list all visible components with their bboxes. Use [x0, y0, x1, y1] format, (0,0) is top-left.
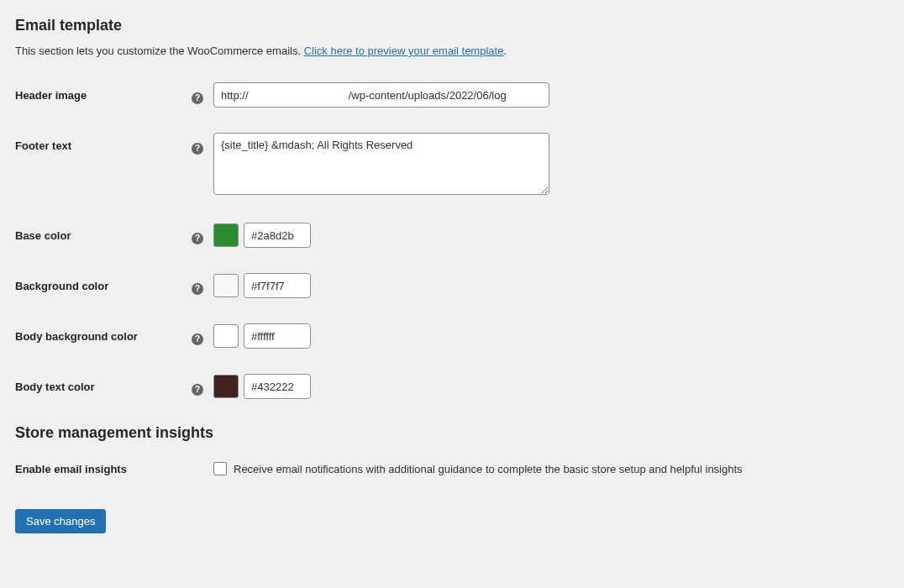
section-email-template-desc: This section lets you customize the WooC… [15, 45, 889, 57]
body-bg-color-label: Body background color [15, 323, 192, 343]
desc-suffix: . [503, 45, 507, 57]
body-bg-color-input[interactable] [244, 323, 311, 349]
section-email-template-title: Email template [15, 17, 889, 34]
enable-insights-label: Enable email insights [15, 463, 213, 475]
body-text-color-swatch[interactable] [213, 375, 239, 398]
help-icon[interactable]: ? [192, 283, 203, 295]
desc-prefix: This section lets you customize the WooC… [15, 45, 304, 57]
enable-insights-checkbox[interactable] [213, 462, 227, 475]
background-color-label: Background color [15, 273, 192, 292]
help-icon[interactable]: ? [192, 333, 203, 345]
body-text-color-label: Body text color [15, 374, 192, 393]
help-icon[interactable]: ? [192, 92, 203, 104]
footer-text-label: Footer text [15, 133, 192, 152]
base-color-label: Base color [15, 223, 192, 242]
base-color-swatch[interactable] [213, 223, 239, 247]
footer-text-textarea[interactable]: {site_title} &mdash; All Rights Reserved [213, 133, 549, 195]
base-color-input[interactable] [244, 223, 311, 248]
save-changes-button[interactable]: Save changes [15, 509, 106, 533]
header-image-label: Header image [15, 82, 192, 102]
preview-email-link[interactable]: Click here to preview your email templat… [304, 45, 504, 57]
body-text-color-input[interactable] [244, 374, 311, 399]
background-color-swatch[interactable] [213, 274, 239, 297]
help-icon[interactable]: ? [192, 233, 203, 244]
help-icon[interactable]: ? [192, 143, 203, 155]
enable-insights-desc: Receive email notifications with additio… [234, 463, 743, 475]
header-image-input[interactable] [213, 82, 549, 108]
body-bg-color-swatch[interactable] [213, 324, 239, 348]
help-icon[interactable]: ? [192, 384, 203, 396]
background-color-input[interactable] [244, 273, 311, 298]
section-insights-title: Store management insights [15, 424, 889, 442]
